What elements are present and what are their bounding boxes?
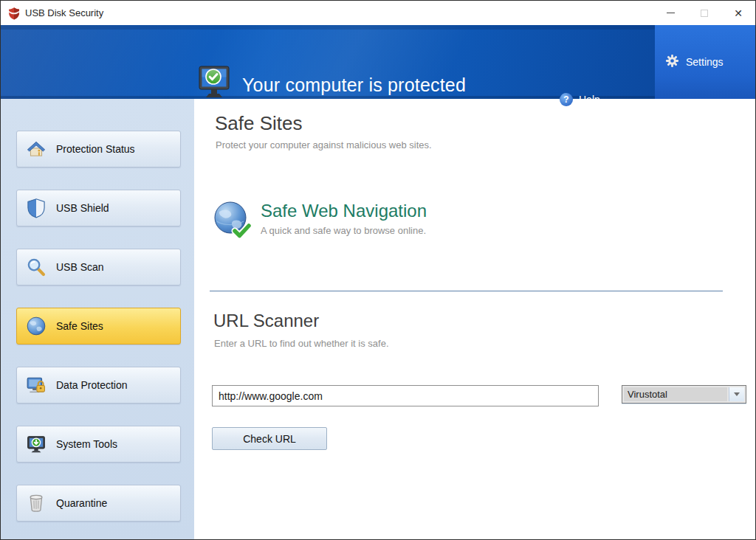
sidebar-item-data-protection[interactable]: Data Protection xyxy=(16,367,181,404)
help-icon: ? xyxy=(560,93,573,106)
sidebar-item-protection-status[interactable]: Protection Status xyxy=(16,131,181,167)
sidebar-item-quarantine[interactable]: Quarantine xyxy=(16,485,181,522)
sidebar-item-usb-scan[interactable]: USB Scan xyxy=(16,249,181,285)
sidebar-item-label: Protection Status xyxy=(56,143,135,155)
help-label: Help xyxy=(579,94,600,105)
main-content: Safe Sites Protect your computer against… xyxy=(194,99,755,539)
safe-web-navigation-feature: Safe Web Navigation A quick and safe way… xyxy=(213,201,427,243)
sidebar-item-system-tools[interactable]: System Tools xyxy=(16,426,181,463)
globe-icon xyxy=(25,315,47,337)
page-title: Safe Sites xyxy=(215,112,303,135)
window-title: USB Disk Security xyxy=(25,7,103,18)
sidebar-item-safe-sites[interactable]: Safe Sites xyxy=(16,308,181,345)
service-dropdown[interactable]: Virustotal xyxy=(622,385,746,404)
sidebar-item-label: Safe Sites xyxy=(56,320,103,332)
sidebar-item-label: USB Shield xyxy=(56,202,109,214)
minimize-button[interactable] xyxy=(653,1,687,25)
sidebar-item-usb-shield[interactable]: USB Shield xyxy=(16,190,181,226)
monitor-update-icon xyxy=(25,433,47,455)
protection-status-text: Your computer is protected xyxy=(242,75,466,96)
check-url-button[interactable]: Check URL xyxy=(212,427,327,450)
url-scanner-subtitle: Enter a URL to find out whether it is sa… xyxy=(214,338,389,349)
url-input[interactable] xyxy=(212,385,599,406)
sidebar-item-label: Quarantine xyxy=(56,497,107,509)
monitor-lock-icon xyxy=(25,374,47,396)
protection-status-banner: Your computer is protected xyxy=(195,65,466,105)
settings-button[interactable]: Settings xyxy=(655,25,755,99)
feature-title: Safe Web Navigation xyxy=(261,201,427,221)
service-dropdown-value: Virustotal xyxy=(624,387,727,401)
home-icon xyxy=(25,138,47,160)
help-button[interactable]: ? Help xyxy=(560,93,600,106)
shield-icon xyxy=(25,197,47,219)
maximize-icon xyxy=(701,10,708,17)
page-subtitle: Protect your computer against malicious … xyxy=(216,139,432,150)
section-divider xyxy=(210,291,723,291)
globe-check-icon xyxy=(213,201,251,243)
url-scanner-title: URL Scanner xyxy=(213,311,319,331)
minimize-icon xyxy=(667,13,675,13)
magnifier-icon xyxy=(25,256,47,278)
close-icon: ✕ xyxy=(734,8,743,18)
maximize-button[interactable] xyxy=(687,1,721,25)
sidebar-nav: Protection Status USB Shield xyxy=(1,99,194,539)
chevron-down-icon xyxy=(734,392,740,396)
app-shield-icon xyxy=(7,7,21,20)
header-banner: Settings xyxy=(1,25,755,99)
titlebar: USB Disk Security ✕ xyxy=(1,1,755,25)
sidebar-item-label: System Tools xyxy=(56,438,117,450)
sidebar-item-label: USB Scan xyxy=(56,261,104,273)
close-button[interactable]: ✕ xyxy=(721,1,755,25)
settings-label: Settings xyxy=(686,56,724,68)
app-window: USB Disk Security ✕ xyxy=(0,0,756,540)
window-controls: ✕ xyxy=(653,1,755,25)
feature-subtitle: A quick and safe way to browse online. xyxy=(261,225,427,236)
protected-monitor-icon xyxy=(195,65,233,105)
sidebar-item-label: Data Protection xyxy=(56,379,128,391)
trash-icon xyxy=(25,492,47,514)
dropdown-arrow-button[interactable] xyxy=(729,387,744,401)
gear-icon xyxy=(664,53,680,72)
